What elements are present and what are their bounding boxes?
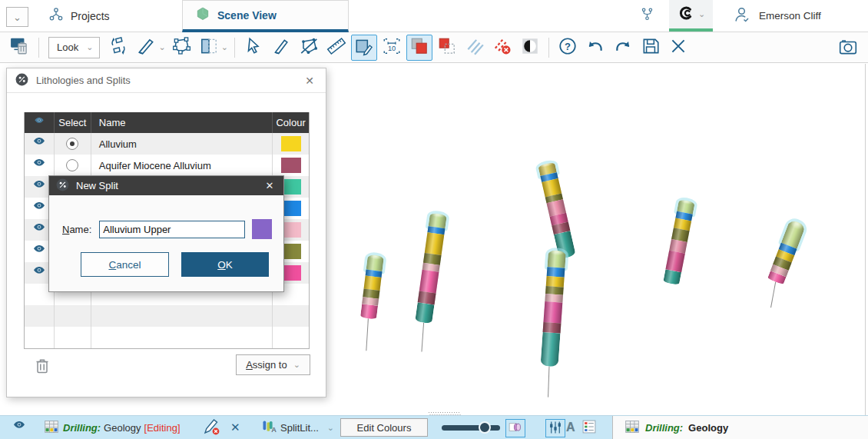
table-icon bbox=[44, 419, 59, 437]
eye-icon[interactable] bbox=[31, 158, 48, 173]
remove-layer-button[interactable]: ✕ bbox=[230, 416, 240, 439]
table-row[interactable] bbox=[25, 327, 309, 348]
assign-to-button[interactable]: Assign to ⌄ bbox=[236, 354, 310, 375]
swap-objects-button[interactable] bbox=[105, 35, 131, 61]
hatch-remove-icon bbox=[492, 36, 512, 58]
undo-button[interactable] bbox=[582, 35, 608, 61]
table-row[interactable]: Aquifer Miocene Alluvium bbox=[25, 155, 309, 176]
scene-list-item[interactable]: Drilling: Geology bbox=[612, 416, 868, 439]
drillhole[interactable] bbox=[411, 212, 447, 352]
select-tool-button[interactable] bbox=[240, 35, 267, 61]
colour-swatch[interactable] bbox=[281, 158, 301, 173]
drillhole[interactable] bbox=[663, 199, 695, 285]
split-colour-swatch[interactable] bbox=[252, 219, 272, 239]
slider-track[interactable] bbox=[442, 425, 500, 431]
active-layer-label: Drilling: Geology [Editing] bbox=[63, 416, 181, 439]
interval-length-button[interactable]: 10 bbox=[379, 35, 405, 61]
drillhole[interactable] bbox=[356, 254, 384, 352]
split-name-input[interactable] bbox=[99, 221, 245, 238]
draw-polyline-button[interactable] bbox=[168, 35, 194, 61]
redo-button[interactable] bbox=[610, 35, 636, 61]
slicer-button[interactable] bbox=[133, 35, 159, 61]
delete-lithology-button[interactable] bbox=[33, 356, 51, 377]
window-menu-button[interactable]: ⌄ bbox=[6, 7, 28, 27]
ruler-button[interactable] bbox=[323, 35, 350, 61]
column-name: SplitLit... bbox=[280, 422, 319, 434]
drillhole[interactable] bbox=[538, 162, 576, 260]
table-row[interactable] bbox=[25, 305, 309, 327]
ok-button[interactable]: OK bbox=[181, 252, 269, 277]
radius-slider[interactable] bbox=[442, 416, 500, 439]
look-dropdown[interactable]: Look⌄ bbox=[48, 37, 100, 58]
close-button[interactable] bbox=[665, 35, 691, 61]
stop-editing-button[interactable] bbox=[202, 416, 220, 439]
table-row[interactable]: Alluvium bbox=[25, 133, 309, 155]
tab-scene-view[interactable]: Scene View bbox=[182, 0, 349, 32]
user-menu[interactable]: Emerson Cliff bbox=[724, 0, 821, 32]
slice-mode-button[interactable] bbox=[196, 35, 222, 61]
screenshot-button[interactable] bbox=[836, 35, 860, 60]
eye-icon[interactable] bbox=[31, 137, 48, 151]
drillhole[interactable] bbox=[758, 219, 806, 309]
select-intervals-button[interactable] bbox=[351, 35, 377, 61]
drillhole-interval-segment[interactable] bbox=[415, 302, 434, 324]
central-menu-button[interactable]: ⌄ bbox=[669, 0, 713, 32]
clear-scene-icon bbox=[10, 36, 30, 58]
toolbar-separator bbox=[38, 38, 39, 58]
dialog-title-bar[interactable]: New Split ✕ bbox=[49, 176, 283, 195]
drillhole-interval-segment[interactable] bbox=[419, 270, 439, 294]
drillhole-trace-line bbox=[366, 318, 369, 351]
version-branch-button[interactable] bbox=[639, 6, 655, 25]
drillhole-collar-segment[interactable] bbox=[547, 250, 565, 268]
cancel-button[interactable]: Cancel bbox=[81, 252, 169, 277]
eye-icon[interactable] bbox=[31, 201, 48, 216]
edit-colours-button[interactable]: Edit Colours bbox=[340, 418, 428, 437]
drillhole-interval-segment[interactable] bbox=[543, 301, 562, 324]
tab-projects[interactable]: Projects bbox=[40, 0, 118, 32]
eye-icon[interactable] bbox=[31, 266, 48, 281]
select-radio[interactable] bbox=[66, 159, 78, 171]
draw-slice-line-button[interactable] bbox=[268, 35, 294, 61]
drilling-prefix: Drilling: bbox=[645, 422, 683, 434]
eye-icon[interactable] bbox=[31, 244, 48, 259]
drillhole-interval-segment[interactable] bbox=[663, 269, 681, 285]
add-selection-button[interactable] bbox=[406, 35, 432, 61]
slider-thumb[interactable] bbox=[479, 421, 491, 434]
clear-selection-button[interactable] bbox=[489, 35, 515, 61]
interval-display-toggle[interactable] bbox=[545, 419, 565, 437]
layer-name: Geology bbox=[688, 422, 728, 434]
chevron-down-icon: ⌄ bbox=[86, 42, 93, 52]
drillhole-collar-segment[interactable] bbox=[366, 254, 384, 271]
close-icon[interactable]: ✕ bbox=[301, 75, 318, 87]
drillhole-interval-segment[interactable] bbox=[540, 332, 560, 367]
status-bar: Drilling: Geology [Editing] ✕ A SplitLit… bbox=[0, 415, 868, 439]
help-button[interactable]: ? bbox=[555, 35, 581, 61]
contrast-button[interactable] bbox=[517, 35, 543, 61]
colour-swatch[interactable] bbox=[281, 136, 301, 151]
eye-icon[interactable] bbox=[31, 223, 48, 238]
polygon-select-button[interactable] bbox=[296, 35, 322, 61]
clear-scene-button[interactable] bbox=[7, 35, 33, 61]
close-icon[interactable]: ✕ bbox=[262, 180, 277, 191]
projects-icon bbox=[48, 6, 65, 25]
name-label: Name: bbox=[62, 224, 91, 235]
polyline-icon bbox=[171, 36, 191, 58]
show-selection-button[interactable] bbox=[462, 35, 488, 61]
table-header-row: Select Name Colour bbox=[25, 112, 309, 133]
legend-toggle[interactable] bbox=[581, 416, 597, 439]
layer-visibility-toggle[interactable] bbox=[11, 416, 28, 439]
drillhole-interval-segment[interactable] bbox=[665, 251, 684, 273]
remove-selection-button[interactable] bbox=[434, 35, 460, 61]
eye-icon[interactable] bbox=[31, 180, 48, 195]
colour-column-dropdown[interactable]: A SplitLit... ⌄ bbox=[261, 416, 334, 439]
scene-right-edge bbox=[865, 64, 866, 415]
text-labels-toggle[interactable]: A bbox=[566, 416, 575, 439]
trash-icon bbox=[33, 365, 51, 377]
select-radio[interactable] bbox=[66, 138, 78, 150]
drillhole-interval-segment[interactable] bbox=[360, 304, 378, 319]
ok-label: OK bbox=[217, 259, 233, 271]
drillhole-interval-segment[interactable] bbox=[425, 232, 445, 255]
drillhole[interactable] bbox=[538, 250, 566, 397]
cylinder-display-toggle[interactable] bbox=[505, 419, 525, 437]
save-button[interactable] bbox=[638, 35, 664, 61]
